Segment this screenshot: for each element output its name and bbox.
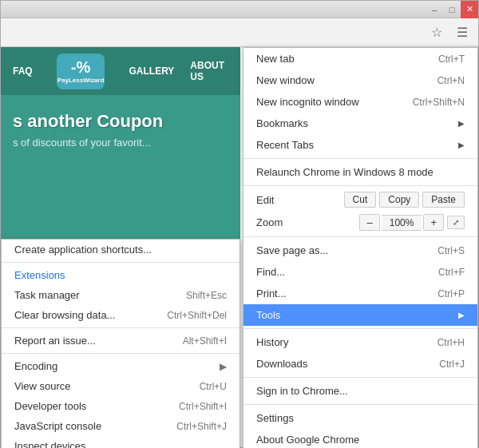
zoom-label: Zoom — [256, 216, 359, 228]
bookmarks-arrow: ▶ — [458, 119, 465, 128]
edit-label: Edit — [256, 194, 341, 206]
title-bar: – □ ✕ — [1, 1, 478, 18]
main-menu: New tab Ctrl+T New window Ctrl+N New inc… — [243, 47, 478, 448]
toolbar: ☆ ☰ — [1, 18, 478, 47]
bookmark-star-icon[interactable]: ☆ — [426, 22, 448, 44]
extensions-item[interactable]: Extensions — [2, 265, 240, 285]
downloads-item[interactable]: Downloads Ctrl+J — [243, 353, 477, 375]
create-shortcuts-item[interactable]: Create application shortcuts... — [2, 240, 240, 260]
page-header: FAQ -% PayLessWizard GALLERY ABOUT US — [1, 47, 240, 95]
browser-window: – □ ✕ ☆ ☰ FAQ -% PayLessWizard GALLERY A… — [0, 0, 479, 448]
bookmarks-item[interactable]: Bookmarks ▶ — [243, 113, 477, 134]
encoding-item[interactable]: Encoding ▶ — [2, 356, 240, 376]
new-window-item[interactable]: New window Ctrl+N — [243, 69, 477, 91]
close-button[interactable]: ✕ — [461, 1, 478, 18]
history-item[interactable]: History Ctrl+H — [243, 331, 477, 353]
save-page-item[interactable]: Save page as... Ctrl+S — [243, 240, 477, 261]
zoom-expand-button[interactable]: ⤢ — [447, 216, 465, 229]
tools-arrow: ▶ — [458, 311, 465, 319]
nav-about-us[interactable]: ABOUT US — [190, 60, 228, 82]
about-item[interactable]: About Google Chrome — [243, 429, 477, 448]
sign-in-item[interactable]: Sign in to Chrome... — [243, 380, 477, 402]
menu-divider-3 — [243, 236, 477, 237]
minimize-button[interactable]: – — [426, 1, 443, 18]
menu-divider-1 — [243, 158, 477, 159]
view-source-item[interactable]: View source Ctrl+U — [2, 376, 240, 396]
edit-row: Edit Cut Copy Paste — [243, 188, 477, 211]
nav-gallery[interactable]: GALLERY — [129, 65, 174, 77]
hero-sub: s of discounts of your favorit... — [13, 137, 228, 149]
logo-text: PayLessWizard — [57, 77, 105, 84]
maximize-button[interactable]: □ — [443, 1, 461, 18]
settings-item[interactable]: Settings — [243, 407, 477, 429]
relaunch-item[interactable]: Relaunch Chrome in Windows 8 mode — [243, 161, 477, 183]
page-hero: s another Coupon s of discounts of your … — [1, 95, 240, 165]
cut-button[interactable]: Cut — [344, 192, 377, 208]
menu-divider-2 — [243, 185, 477, 186]
menu-divider-5 — [243, 377, 477, 378]
logo-percent: -% — [71, 58, 90, 77]
zoom-minus-button[interactable]: – — [359, 214, 379, 231]
submenu-divider-1 — [2, 262, 240, 263]
hero-title: s another Coupon — [13, 111, 228, 132]
menu-icon[interactable]: ☰ — [451, 22, 473, 44]
find-item[interactable]: Find... Ctrl+F — [243, 261, 477, 283]
recent-tabs-item[interactable]: Recent Tabs ▶ — [243, 134, 477, 156]
zoom-row: Zoom – 100% + ⤢ — [243, 211, 477, 234]
task-manager-item[interactable]: Task manager Shift+Esc — [2, 285, 240, 305]
print-item[interactable]: Print... Ctrl+P — [243, 283, 477, 304]
zoom-plus-button[interactable]: + — [423, 214, 444, 231]
nav-faq[interactable]: FAQ — [13, 65, 33, 77]
inspect-devices-item[interactable]: Inspect devices — [2, 436, 240, 448]
zoom-value: 100% — [382, 215, 422, 231]
menu-divider-6 — [243, 404, 477, 405]
tools-item[interactable]: Tools ▶ — [243, 304, 477, 326]
report-issue-item[interactable]: Report an issue... Alt+Shift+I — [2, 331, 240, 351]
javascript-console-item[interactable]: JavaScript console Ctrl+Shift+J — [2, 416, 240, 436]
submenu-divider-3 — [2, 353, 240, 354]
developer-tools-item[interactable]: Developer tools Ctrl+Shift+I — [2, 396, 240, 416]
new-tab-item[interactable]: New tab Ctrl+T — [243, 48, 477, 69]
logo: -% PayLessWizard — [57, 54, 105, 89]
submenu-divider-2 — [2, 327, 240, 328]
tools-submenu: Create application shortcuts... Extensio… — [1, 239, 240, 448]
recent-tabs-arrow: ▶ — [458, 141, 465, 149]
paste-button[interactable]: Paste — [422, 192, 465, 208]
new-incognito-window-item[interactable]: New incognito window Ctrl+Shift+N — [243, 91, 477, 113]
clear-browsing-item[interactable]: Clear browsing data... Ctrl+Shift+Del — [2, 305, 240, 325]
copy-button[interactable]: Copy — [379, 192, 419, 208]
menu-divider-4 — [243, 328, 477, 329]
